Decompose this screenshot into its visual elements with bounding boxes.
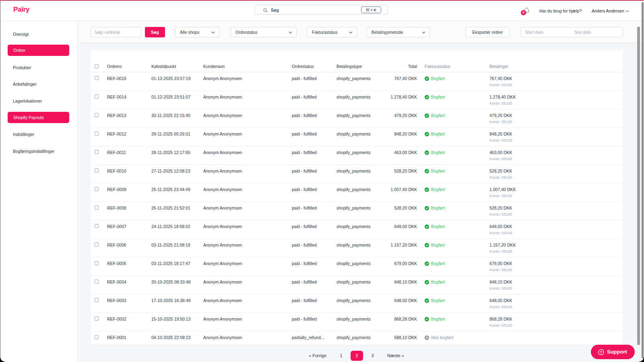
svg-text:?: ? xyxy=(600,350,603,354)
